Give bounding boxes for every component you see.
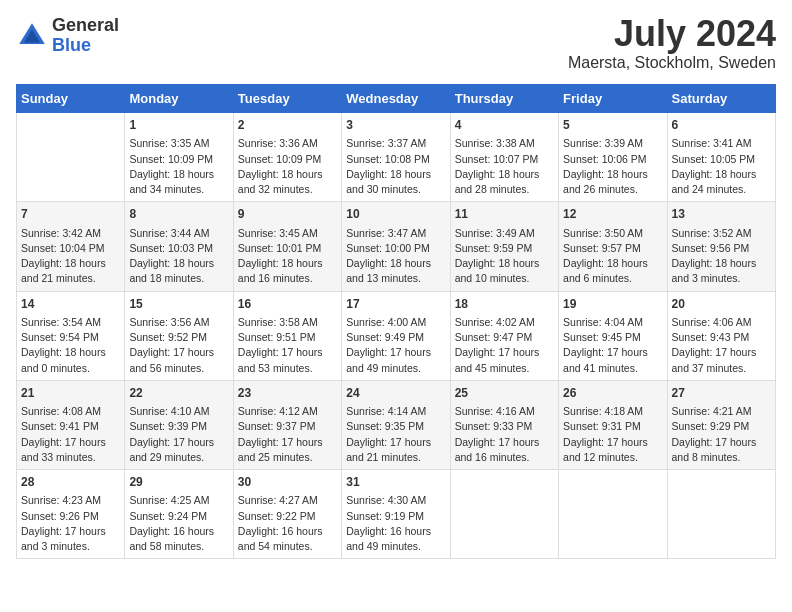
day-number: 14: [21, 296, 120, 313]
title-section: July 2024 Maersta, Stockholm, Sweden: [568, 16, 776, 72]
day-number: 12: [563, 206, 662, 223]
header-day-friday: Friday: [559, 85, 667, 113]
header-day-sunday: Sunday: [17, 85, 125, 113]
calendar-cell: 23Sunrise: 4:12 AM Sunset: 9:37 PM Dayli…: [233, 380, 341, 469]
calendar-cell: 17Sunrise: 4:00 AM Sunset: 9:49 PM Dayli…: [342, 291, 450, 380]
calendar-body: 1Sunrise: 3:35 AM Sunset: 10:09 PM Dayli…: [17, 113, 776, 559]
day-content: Sunrise: 3:45 AM Sunset: 10:01 PM Daylig…: [238, 226, 337, 287]
day-content: Sunrise: 4:21 AM Sunset: 9:29 PM Dayligh…: [672, 404, 771, 465]
day-number: 6: [672, 117, 771, 134]
week-row: 28Sunrise: 4:23 AM Sunset: 9:26 PM Dayli…: [17, 470, 776, 559]
day-number: 23: [238, 385, 337, 402]
day-content: Sunrise: 3:36 AM Sunset: 10:09 PM Daylig…: [238, 136, 337, 197]
day-content: Sunrise: 4:08 AM Sunset: 9:41 PM Dayligh…: [21, 404, 120, 465]
calendar-cell: 5Sunrise: 3:39 AM Sunset: 10:06 PM Dayli…: [559, 113, 667, 202]
day-number: 24: [346, 385, 445, 402]
calendar-cell: 26Sunrise: 4:18 AM Sunset: 9:31 PM Dayli…: [559, 380, 667, 469]
day-number: 28: [21, 474, 120, 491]
logo-blue-text: Blue: [52, 36, 119, 56]
day-content: Sunrise: 3:56 AM Sunset: 9:52 PM Dayligh…: [129, 315, 228, 376]
day-content: Sunrise: 4:16 AM Sunset: 9:33 PM Dayligh…: [455, 404, 554, 465]
day-content: Sunrise: 4:14 AM Sunset: 9:35 PM Dayligh…: [346, 404, 445, 465]
day-content: Sunrise: 4:25 AM Sunset: 9:24 PM Dayligh…: [129, 493, 228, 554]
calendar-cell: 20Sunrise: 4:06 AM Sunset: 9:43 PM Dayli…: [667, 291, 775, 380]
day-content: Sunrise: 4:00 AM Sunset: 9:49 PM Dayligh…: [346, 315, 445, 376]
calendar-cell: 3Sunrise: 3:37 AM Sunset: 10:08 PM Dayli…: [342, 113, 450, 202]
day-number: 20: [672, 296, 771, 313]
day-content: Sunrise: 3:39 AM Sunset: 10:06 PM Daylig…: [563, 136, 662, 197]
calendar-cell: 25Sunrise: 4:16 AM Sunset: 9:33 PM Dayli…: [450, 380, 558, 469]
calendar-cell: 10Sunrise: 3:47 AM Sunset: 10:00 PM Dayl…: [342, 202, 450, 291]
calendar-cell: 12Sunrise: 3:50 AM Sunset: 9:57 PM Dayli…: [559, 202, 667, 291]
header-day-thursday: Thursday: [450, 85, 558, 113]
calendar-cell: [559, 470, 667, 559]
week-row: 1Sunrise: 3:35 AM Sunset: 10:09 PM Dayli…: [17, 113, 776, 202]
week-row: 7Sunrise: 3:42 AM Sunset: 10:04 PM Dayli…: [17, 202, 776, 291]
week-row: 21Sunrise: 4:08 AM Sunset: 9:41 PM Dayli…: [17, 380, 776, 469]
day-content: Sunrise: 3:50 AM Sunset: 9:57 PM Dayligh…: [563, 226, 662, 287]
calendar-cell: 18Sunrise: 4:02 AM Sunset: 9:47 PM Dayli…: [450, 291, 558, 380]
calendar-cell: 11Sunrise: 3:49 AM Sunset: 9:59 PM Dayli…: [450, 202, 558, 291]
day-number: 15: [129, 296, 228, 313]
calendar-cell: 13Sunrise: 3:52 AM Sunset: 9:56 PM Dayli…: [667, 202, 775, 291]
header-day-monday: Monday: [125, 85, 233, 113]
calendar-table: SundayMondayTuesdayWednesdayThursdayFrid…: [16, 84, 776, 559]
day-number: 4: [455, 117, 554, 134]
calendar-cell: 7Sunrise: 3:42 AM Sunset: 10:04 PM Dayli…: [17, 202, 125, 291]
calendar-cell: 2Sunrise: 3:36 AM Sunset: 10:09 PM Dayli…: [233, 113, 341, 202]
calendar-cell: 24Sunrise: 4:14 AM Sunset: 9:35 PM Dayli…: [342, 380, 450, 469]
day-content: Sunrise: 4:27 AM Sunset: 9:22 PM Dayligh…: [238, 493, 337, 554]
day-content: Sunrise: 3:58 AM Sunset: 9:51 PM Dayligh…: [238, 315, 337, 376]
calendar-cell: [667, 470, 775, 559]
calendar-cell: [450, 470, 558, 559]
day-content: Sunrise: 4:02 AM Sunset: 9:47 PM Dayligh…: [455, 315, 554, 376]
location-subtitle: Maersta, Stockholm, Sweden: [568, 54, 776, 72]
day-number: 13: [672, 206, 771, 223]
day-content: Sunrise: 3:37 AM Sunset: 10:08 PM Daylig…: [346, 136, 445, 197]
calendar-cell: 1Sunrise: 3:35 AM Sunset: 10:09 PM Dayli…: [125, 113, 233, 202]
calendar-cell: 16Sunrise: 3:58 AM Sunset: 9:51 PM Dayli…: [233, 291, 341, 380]
day-content: Sunrise: 4:06 AM Sunset: 9:43 PM Dayligh…: [672, 315, 771, 376]
day-number: 16: [238, 296, 337, 313]
day-number: 26: [563, 385, 662, 402]
month-year-title: July 2024: [568, 16, 776, 52]
calendar-cell: 15Sunrise: 3:56 AM Sunset: 9:52 PM Dayli…: [125, 291, 233, 380]
day-content: Sunrise: 4:12 AM Sunset: 9:37 PM Dayligh…: [238, 404, 337, 465]
calendar-cell: 27Sunrise: 4:21 AM Sunset: 9:29 PM Dayli…: [667, 380, 775, 469]
day-content: Sunrise: 4:04 AM Sunset: 9:45 PM Dayligh…: [563, 315, 662, 376]
day-content: Sunrise: 4:23 AM Sunset: 9:26 PM Dayligh…: [21, 493, 120, 554]
calendar-cell: 14Sunrise: 3:54 AM Sunset: 9:54 PM Dayli…: [17, 291, 125, 380]
day-content: Sunrise: 3:44 AM Sunset: 10:03 PM Daylig…: [129, 226, 228, 287]
day-content: Sunrise: 4:18 AM Sunset: 9:31 PM Dayligh…: [563, 404, 662, 465]
day-content: Sunrise: 4:10 AM Sunset: 9:39 PM Dayligh…: [129, 404, 228, 465]
day-number: 11: [455, 206, 554, 223]
calendar-cell: 22Sunrise: 4:10 AM Sunset: 9:39 PM Dayli…: [125, 380, 233, 469]
header-day-wednesday: Wednesday: [342, 85, 450, 113]
day-number: 29: [129, 474, 228, 491]
day-content: Sunrise: 3:35 AM Sunset: 10:09 PM Daylig…: [129, 136, 228, 197]
calendar-cell: 21Sunrise: 4:08 AM Sunset: 9:41 PM Dayli…: [17, 380, 125, 469]
day-number: 31: [346, 474, 445, 491]
header-day-tuesday: Tuesday: [233, 85, 341, 113]
calendar-cell: 19Sunrise: 4:04 AM Sunset: 9:45 PM Dayli…: [559, 291, 667, 380]
logo-icon: [16, 20, 48, 52]
day-number: 25: [455, 385, 554, 402]
calendar-cell: 30Sunrise: 4:27 AM Sunset: 9:22 PM Dayli…: [233, 470, 341, 559]
calendar-cell: 28Sunrise: 4:23 AM Sunset: 9:26 PM Dayli…: [17, 470, 125, 559]
day-content: Sunrise: 3:52 AM Sunset: 9:56 PM Dayligh…: [672, 226, 771, 287]
day-number: 30: [238, 474, 337, 491]
page-header: General Blue July 2024 Maersta, Stockhol…: [16, 16, 776, 72]
header-row: SundayMondayTuesdayWednesdayThursdayFrid…: [17, 85, 776, 113]
day-content: Sunrise: 3:38 AM Sunset: 10:07 PM Daylig…: [455, 136, 554, 197]
calendar-cell: 6Sunrise: 3:41 AM Sunset: 10:05 PM Dayli…: [667, 113, 775, 202]
week-row: 14Sunrise: 3:54 AM Sunset: 9:54 PM Dayli…: [17, 291, 776, 380]
calendar-cell: 8Sunrise: 3:44 AM Sunset: 10:03 PM Dayli…: [125, 202, 233, 291]
header-day-saturday: Saturday: [667, 85, 775, 113]
day-number: 27: [672, 385, 771, 402]
day-number: 3: [346, 117, 445, 134]
calendar-cell: 31Sunrise: 4:30 AM Sunset: 9:19 PM Dayli…: [342, 470, 450, 559]
day-number: 9: [238, 206, 337, 223]
day-number: 17: [346, 296, 445, 313]
day-number: 22: [129, 385, 228, 402]
calendar-cell: 29Sunrise: 4:25 AM Sunset: 9:24 PM Dayli…: [125, 470, 233, 559]
